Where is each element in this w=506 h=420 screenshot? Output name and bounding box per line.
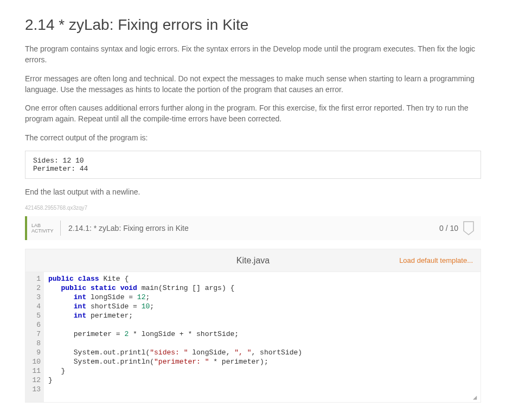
intro-paragraph-4: The correct output of the program is: <box>25 132 481 143</box>
badge-icon <box>463 221 475 235</box>
lab-score: 0 / 10 <box>439 224 458 232</box>
lab-activity-label: LAB ACTIVITY <box>27 221 61 236</box>
code-editor-panel: Kite.java Load default template... 12345… <box>25 249 481 403</box>
code-line[interactable]: System.out.println("perimeter: " * perim… <box>48 357 476 366</box>
code-line[interactable]: public class Kite { <box>48 274 476 283</box>
intro-paragraph-3: One error often causes additional errors… <box>25 102 481 125</box>
tracking-id: 421458.2955768.qx3zqy7 <box>25 205 481 211</box>
code-line[interactable]: int perimeter; <box>48 311 476 320</box>
page-title: 2.14 * zyLab: Fixing errors in Kite <box>25 16 481 34</box>
lab-label-top: LAB <box>31 223 56 229</box>
load-default-template-link[interactable]: Load default template... <box>399 256 473 264</box>
code-line[interactable]: perimeter = 2 * longSide + * shortSide; <box>48 329 476 339</box>
lab-label-bottom: ACTIVITY <box>31 228 56 234</box>
code-line[interactable]: } <box>48 376 476 385</box>
code-line[interactable]: int shortSide = 10; <box>48 302 476 311</box>
code-content[interactable]: public class Kite { public static void m… <box>44 272 481 402</box>
lab-activity-title: 2.14.1: * zyLab: Fixing errors in Kite <box>61 224 439 232</box>
code-line[interactable] <box>48 320 476 329</box>
code-line[interactable] <box>48 339 476 348</box>
code-editor[interactable]: 12345678910111213 public class Kite { pu… <box>25 272 481 402</box>
intro-paragraph-1: The program contains syntax and logic er… <box>25 43 481 66</box>
editor-filename: Kite.java <box>236 256 270 266</box>
code-line[interactable]: System.out.printl("sides: " longSide, ",… <box>48 348 476 357</box>
intro-paragraph-2: Error messages are often long and techni… <box>25 73 481 95</box>
code-line[interactable] <box>48 385 476 394</box>
line-number-gutter: 12345678910111213 <box>25 272 44 402</box>
code-line[interactable]: public static void main(String [] args) … <box>48 283 476 293</box>
editor-header: Kite.java Load default template... <box>25 249 481 272</box>
code-line[interactable]: } <box>48 366 476 376</box>
expected-output-box: Sides: 12 10 Perimeter: 44 <box>25 151 481 179</box>
intro-paragraph-5: End the last output with a newline. <box>25 186 481 197</box>
code-line[interactable]: int longSide = 12; <box>48 293 476 302</box>
lab-activity-bar: LAB ACTIVITY 2.14.1: * zyLab: Fixing err… <box>25 216 481 240</box>
